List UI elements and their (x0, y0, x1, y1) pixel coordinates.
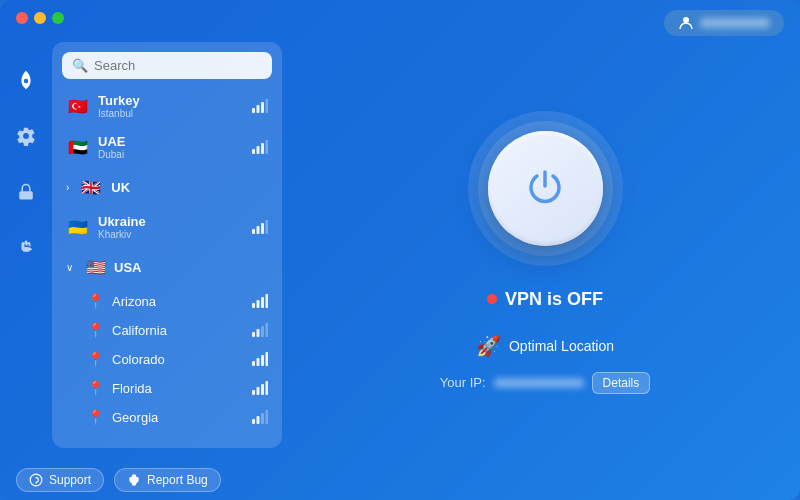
signal-california (252, 323, 268, 337)
signal-colorado (252, 352, 268, 366)
server-item-usa[interactable]: ∨ 🇺🇸 USA (56, 248, 278, 286)
svg-rect-15 (252, 303, 255, 308)
svg-rect-12 (257, 226, 260, 234)
settings-icon (16, 126, 36, 146)
bug-icon (127, 473, 141, 487)
search-box: 🔍 (62, 52, 272, 79)
server-info-uk: UK (111, 180, 268, 195)
svg-rect-5 (261, 102, 264, 113)
svg-rect-22 (266, 323, 269, 337)
svg-rect-28 (257, 387, 260, 395)
signal-arizona (252, 294, 268, 308)
ip-label: Your IP: (440, 375, 486, 390)
flag-turkey: 🇹🇷 (66, 94, 90, 118)
server-city-turkey: Istanbul (98, 108, 244, 119)
bottom-bar: Support Report Bug (0, 460, 800, 500)
right-panel: VPN is OFF 🚀 Optimal Location Your IP: D… (290, 42, 800, 460)
svg-point-1 (24, 79, 29, 84)
list-item-california[interactable]: 📍 California (56, 316, 278, 344)
chevron-right-icon: › (66, 182, 69, 193)
server-name-turkey: Turkey (98, 93, 244, 108)
hand-icon (17, 238, 35, 258)
ip-value-blur (494, 378, 584, 388)
location-name-arizona: Arizona (112, 294, 244, 309)
server-item-ukraine[interactable]: 🇺🇦 Ukraine Kharkiv (56, 207, 278, 247)
list-item-arizona[interactable]: 📍 Arizona (56, 287, 278, 315)
svg-rect-33 (261, 413, 264, 424)
svg-rect-2 (19, 191, 33, 199)
main-content: 🔍 🇹🇷 Turkey Istanbul (0, 42, 800, 460)
svg-rect-10 (266, 140, 269, 154)
close-button[interactable] (16, 12, 28, 24)
signal-georgia (252, 410, 268, 424)
maximize-button[interactable] (52, 12, 64, 24)
traffic-lights (16, 12, 64, 24)
chevron-down-icon: ∨ (66, 262, 78, 273)
ip-row: Your IP: Details (440, 372, 650, 394)
server-list: 🇹🇷 Turkey Istanbul (52, 85, 282, 448)
search-icon: 🔍 (72, 58, 88, 73)
power-icon (523, 164, 567, 214)
svg-rect-14 (266, 220, 269, 234)
svg-rect-19 (252, 332, 255, 337)
svg-rect-32 (257, 416, 260, 424)
optimal-rocket-icon: 🚀 (476, 334, 501, 358)
flag-ukraine: 🇺🇦 (66, 215, 90, 239)
flag-usa: 🇺🇸 (84, 255, 108, 279)
sidebar-item-settings[interactable] (8, 118, 44, 154)
svg-rect-13 (261, 223, 264, 234)
svg-rect-20 (257, 329, 260, 337)
location-name-colorado: Colorado (112, 352, 244, 367)
power-button-container (465, 109, 625, 269)
optimal-text: Optimal Location (509, 338, 614, 354)
svg-rect-9 (261, 143, 264, 154)
svg-rect-16 (257, 300, 260, 308)
svg-rect-6 (266, 99, 269, 113)
svg-rect-21 (261, 326, 264, 337)
pin-icon: 📍 (86, 322, 104, 338)
server-name-ukraine: Ukraine (98, 214, 244, 229)
lock-icon (17, 182, 35, 202)
vpn-status: VPN is OFF (487, 289, 603, 310)
server-item-turkey[interactable]: 🇹🇷 Turkey Istanbul (56, 86, 278, 126)
server-item-uk[interactable]: › 🇬🇧 UK (56, 168, 278, 206)
optimal-location: 🚀 Optimal Location (476, 334, 614, 358)
svg-rect-18 (266, 294, 269, 308)
sidebar-item-connections[interactable] (8, 62, 44, 98)
svg-rect-26 (266, 352, 269, 366)
server-item-uae[interactable]: 🇦🇪 UAE Dubai (56, 127, 278, 167)
signal-florida (252, 381, 268, 395)
svg-point-35 (30, 474, 42, 486)
sidebar-icons (0, 42, 52, 460)
svg-rect-11 (252, 229, 255, 234)
svg-rect-8 (257, 146, 260, 154)
flag-uk: 🇬🇧 (79, 175, 103, 199)
list-item-georgia[interactable]: 📍 Georgia (56, 403, 278, 431)
svg-rect-27 (252, 390, 255, 395)
rocket-icon (15, 69, 37, 91)
location-name-florida: Florida (112, 381, 244, 396)
signal-ukraine (252, 220, 268, 234)
status-dot-off (487, 294, 497, 304)
svg-rect-23 (252, 361, 255, 366)
list-item-colorado[interactable]: 📍 Colorado (56, 345, 278, 373)
minimize-button[interactable] (34, 12, 46, 24)
signal-turkey (252, 99, 268, 113)
sidebar-item-security[interactable] (8, 174, 44, 210)
svg-rect-4 (257, 105, 260, 113)
usa-subitems: 📍 Arizona 📍 Cali (52, 287, 282, 431)
server-panel: 🔍 🇹🇷 Turkey Istanbul (52, 42, 282, 448)
sidebar-item-protection[interactable] (8, 230, 44, 266)
support-label: Support (49, 473, 91, 487)
power-button[interactable] (488, 131, 603, 246)
user-account-button[interactable] (664, 10, 784, 36)
svg-rect-3 (252, 108, 255, 113)
search-input[interactable] (94, 58, 262, 73)
report-bug-button[interactable]: Report Bug (114, 468, 221, 492)
svg-point-0 (683, 17, 689, 23)
support-button[interactable]: Support (16, 468, 104, 492)
details-button[interactable]: Details (592, 372, 651, 394)
svg-rect-29 (261, 384, 264, 395)
pin-icon: 📍 (86, 351, 104, 367)
list-item-florida[interactable]: 📍 Florida (56, 374, 278, 402)
